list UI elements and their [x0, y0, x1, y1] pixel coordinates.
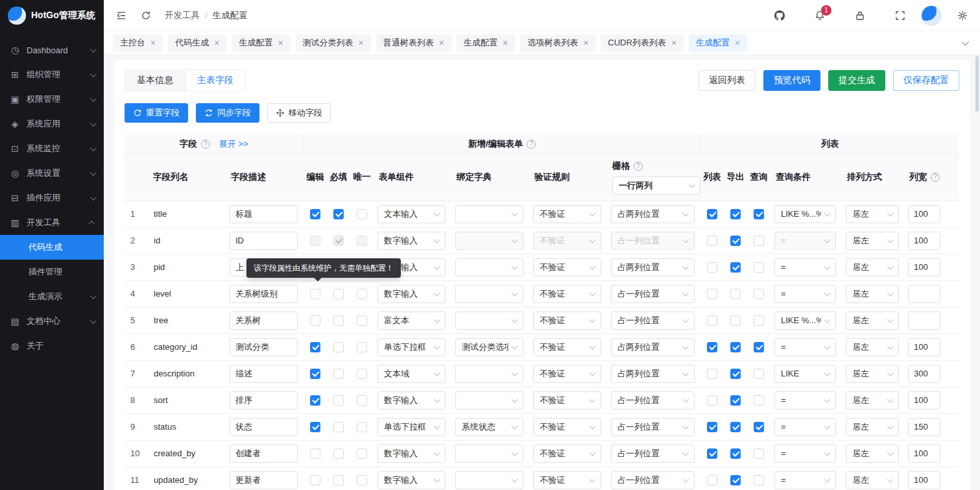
query-condition-select[interactable]: LIKE	[774, 365, 836, 383]
required-checkbox[interactable]	[333, 422, 344, 432]
unique-checkbox[interactable]	[357, 342, 367, 352]
query-checkbox[interactable]	[754, 448, 764, 459]
close-icon[interactable]: ×	[671, 38, 676, 47]
export-checkbox[interactable]	[730, 448, 741, 459]
field-desc-input[interactable]	[230, 445, 298, 463]
query-checkbox[interactable]	[754, 236, 764, 246]
field-desc-input[interactable]	[230, 391, 298, 410]
sidebar-item-dashboard[interactable]: ◷Dashboard	[0, 38, 104, 62]
component-select[interactable]: 文本域	[377, 365, 446, 383]
field-desc-input[interactable]	[230, 312, 298, 330]
validation-select[interactable]: 不验证	[533, 258, 601, 276]
preview-code-button[interactable]: 预览代码	[763, 70, 820, 91]
column-width-input[interactable]	[908, 312, 940, 330]
app-logo[interactable]: HotGo管理系统	[0, 0, 104, 31]
query-checkbox[interactable]	[754, 395, 764, 406]
query-condition-select[interactable]: =	[774, 338, 836, 356]
list-checkbox[interactable]	[707, 342, 717, 352]
query-condition-select[interactable]: =	[774, 391, 836, 410]
column-width-input[interactable]	[908, 445, 940, 463]
query-condition-select[interactable]: LIKE %...%	[774, 312, 836, 330]
list-checkbox[interactable]	[707, 448, 717, 459]
user-avatar[interactable]	[922, 6, 941, 25]
query-condition-select[interactable]: =	[774, 445, 836, 463]
sidebar-item-sys-setting[interactable]: ◎系统设置	[0, 161, 104, 186]
align-select[interactable]: 居左	[846, 258, 899, 276]
help-icon[interactable]	[201, 140, 210, 149]
grid-select[interactable]: 占两列位置	[611, 365, 695, 383]
component-select[interactable]: 数字输入	[377, 445, 446, 463]
component-select[interactable]: 单选下拉框	[377, 418, 446, 436]
query-condition-select[interactable]: =	[774, 258, 836, 276]
query-checkbox[interactable]	[754, 369, 764, 379]
edit-checkbox[interactable]	[310, 315, 320, 326]
grid-select[interactable]: 占一列位置	[611, 471, 695, 489]
sidebar-item-gen-demo[interactable]: 生成演示	[0, 284, 104, 309]
close-icon[interactable]: ×	[503, 38, 508, 47]
column-width-input[interactable]	[908, 391, 940, 410]
unique-checkbox[interactable]	[357, 369, 367, 379]
column-width-input[interactable]	[908, 338, 940, 356]
unique-checkbox[interactable]	[357, 395, 367, 406]
component-select[interactable]: 数字输入	[377, 232, 446, 250]
fullscreen-icon[interactable]	[894, 10, 906, 21]
column-width-input[interactable]	[908, 418, 940, 436]
query-condition-select[interactable]: =	[774, 285, 836, 303]
validation-select[interactable]: 不验证	[533, 445, 601, 463]
align-select[interactable]: 居左	[846, 365, 899, 383]
unique-checkbox[interactable]	[357, 289, 367, 299]
field-desc-input[interactable]	[230, 232, 298, 250]
sidebar-item-sys-app[interactable]: ◈系统应用	[0, 112, 104, 136]
settings-gear-icon[interactable]	[957, 10, 968, 21]
query-checkbox[interactable]	[754, 475, 764, 485]
menu-collapse-icon[interactable]	[115, 10, 127, 21]
export-checkbox[interactable]	[730, 395, 741, 406]
page-tab[interactable]: 生成配置×	[457, 34, 515, 52]
list-checkbox[interactable]	[707, 395, 717, 406]
export-checkbox[interactable]	[730, 342, 741, 352]
dict-select[interactable]	[455, 445, 523, 463]
required-checkbox[interactable]	[333, 395, 344, 406]
close-icon[interactable]: ×	[735, 38, 740, 47]
notification-bell-icon[interactable]: 1	[814, 10, 826, 21]
export-checkbox[interactable]	[730, 475, 741, 485]
query-checkbox[interactable]	[754, 209, 764, 219]
tabs-menu-chevron-down-icon[interactable]	[958, 36, 971, 49]
page-tab[interactable]: 选项树表列表×	[520, 34, 595, 52]
export-checkbox[interactable]	[730, 315, 741, 326]
move-fields-button[interactable]: 移动字段	[267, 103, 331, 123]
dict-select[interactable]	[455, 285, 523, 303]
edit-checkbox[interactable]	[310, 209, 320, 219]
unique-checkbox[interactable]	[357, 315, 367, 326]
list-checkbox[interactable]	[707, 209, 717, 219]
component-select[interactable]: 数字输入	[377, 471, 446, 489]
edit-checkbox[interactable]	[310, 395, 320, 406]
export-checkbox[interactable]	[730, 236, 741, 246]
align-select[interactable]: 居左	[846, 312, 899, 330]
required-checkbox[interactable]	[333, 369, 344, 379]
page-tab[interactable]: CUDR列表列表×	[601, 34, 684, 52]
help-icon[interactable]	[931, 173, 940, 182]
edit-checkbox[interactable]	[310, 422, 320, 432]
list-checkbox[interactable]	[707, 475, 717, 485]
edit-checkbox[interactable]	[310, 369, 320, 379]
field-desc-input[interactable]	[230, 365, 298, 383]
refresh-icon[interactable]	[140, 10, 152, 21]
edit-checkbox[interactable]	[310, 475, 320, 485]
grid-select[interactable]: 占两列位置	[611, 338, 695, 356]
screen-lock-icon[interactable]	[854, 10, 866, 21]
query-checkbox[interactable]	[754, 315, 764, 326]
export-checkbox[interactable]	[730, 422, 741, 432]
align-select[interactable]: 居左	[846, 285, 899, 303]
required-checkbox[interactable]	[333, 209, 344, 219]
column-width-input[interactable]	[908, 232, 940, 250]
page-tab[interactable]: 生成配置×	[689, 34, 747, 52]
sidebar-item-sys-monitor[interactable]: ⊡系统监控	[0, 136, 104, 161]
validation-select[interactable]: 不验证	[533, 471, 601, 489]
sidebar-item-code-gen[interactable]: 代码生成	[0, 235, 104, 260]
vertical-scrollbar[interactable]	[975, 56, 979, 112]
grid-select[interactable]: 占一列位置	[611, 391, 695, 410]
export-checkbox[interactable]	[730, 289, 741, 299]
grid-select[interactable]: 占两列位置	[611, 258, 695, 276]
list-checkbox[interactable]	[707, 236, 717, 246]
